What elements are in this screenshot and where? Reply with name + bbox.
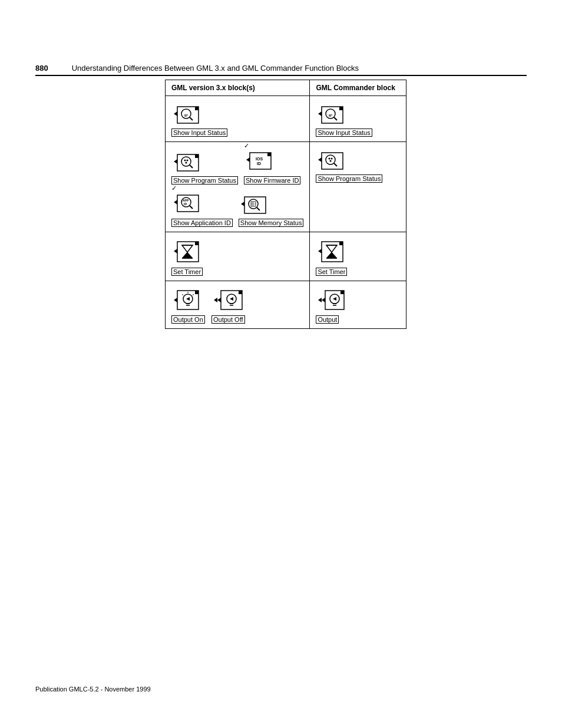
svg-marker-87: [333, 297, 336, 301]
svg-marker-48: [174, 249, 177, 253]
svg-rect-50: [195, 242, 199, 245]
gmlc-cell-1: Show Input Status: [310, 96, 406, 142]
page-footer: Publication GMLC-5.2 - November 1999: [35, 686, 151, 693]
gml3-cell-4: Output On: [166, 281, 310, 329]
footer-text: Publication GMLC-5.2 - November 1999: [35, 686, 151, 693]
svg-marker-71: [186, 297, 190, 301]
block-label: Show Input Status: [316, 129, 372, 137]
gml3-cell-2: Show Program Status ✓ IOS: [166, 142, 310, 232]
svg-marker-41: [318, 157, 322, 162]
svg-marker-58: [326, 245, 337, 252]
col-gml3-header: GML version 3.x block(s): [166, 80, 310, 96]
svg-line-44: [334, 163, 337, 166]
page-number: 880: [35, 64, 48, 73]
svg-line-30: [190, 206, 193, 209]
svg-rect-24: [267, 153, 271, 156]
svg-marker-59: [326, 252, 337, 258]
block-label: Set Timer: [171, 268, 203, 276]
svg-point-47: [330, 160, 332, 162]
block-row: Output On: [171, 286, 303, 324]
block-item: Set Timer: [316, 237, 400, 276]
block-item: Set Timer: [171, 237, 303, 276]
svg-text:ID: ID: [184, 202, 187, 206]
gml3-cell-3: Set Timer: [166, 232, 310, 281]
comparison-table: GML version 3.x block(s) GML Commander b…: [165, 80, 406, 329]
program-status-icon-gml3: [171, 149, 207, 175]
block-label: Output Off: [211, 315, 245, 324]
svg-line-11: [334, 117, 337, 120]
block-item: ✓ APP ID Show Application ID: [171, 189, 233, 227]
gmlc-cell-3: Set Timer: [310, 232, 406, 281]
application-id-icon-gml3: APP ID: [171, 189, 207, 216]
input-status-icon-gmlc: [316, 101, 351, 127]
block-item: Output On: [171, 286, 206, 324]
svg-rect-9: [339, 107, 343, 110]
block-label: Show Program Status: [171, 176, 238, 185]
block-label: Output On: [171, 315, 205, 324]
block-item: ✓ IOS ID Show Firmware ID: [244, 147, 300, 185]
table-row: Set Timer Set Timer: [166, 232, 406, 281]
svg-marker-7: [318, 111, 322, 116]
block-label: Set Timer: [316, 268, 347, 276]
svg-point-21: [186, 162, 187, 164]
block-item: Output: [316, 286, 400, 324]
svg-rect-64: [195, 291, 199, 294]
input-status-icon-gml3: [171, 101, 207, 127]
table-row: Show Input Status Show Input Statu: [166, 96, 406, 142]
svg-marker-14: [174, 159, 177, 164]
svg-point-10: [326, 109, 335, 118]
block-item: Show Input Status: [316, 101, 400, 137]
table-row: Output On: [166, 281, 406, 329]
timer-icon-gml3: [171, 237, 204, 266]
svg-text:ID: ID: [257, 162, 261, 166]
firmware-id-icon-gml3: IOS ID: [244, 147, 279, 173]
svg-rect-57: [339, 242, 343, 245]
svg-rect-16: [195, 154, 199, 158]
gmlc-cell-4: Output: [310, 281, 406, 329]
svg-line-36: [257, 207, 260, 210]
memory-status-icon-gml3: [239, 191, 274, 218]
svg-marker-0: [174, 111, 177, 116]
svg-point-20: [187, 160, 189, 162]
block-label: Show Program Status: [316, 174, 382, 183]
svg-line-18: [190, 165, 193, 168]
block-row-top: Show Program Status ✓ IOS: [171, 147, 303, 185]
block-item: Show Input Status: [171, 101, 303, 137]
svg-point-19: [184, 160, 186, 162]
block-label: Show Application ID: [171, 219, 233, 227]
svg-marker-27: [174, 200, 177, 205]
block-item: Show Memory Status: [239, 191, 304, 227]
timer-icon-gmlc: [316, 237, 348, 266]
svg-point-3: [181, 109, 191, 118]
block-item: Show Program Status: [316, 147, 400, 183]
svg-point-43: [326, 155, 335, 164]
page-title: Understanding Differences Between GML 3.…: [72, 64, 359, 73]
svg-rect-83: [340, 291, 344, 294]
svg-marker-52: [182, 252, 193, 258]
output-on-icon-gml3: [171, 286, 206, 314]
svg-point-17: [181, 157, 191, 166]
block-label: Show Input Status: [171, 129, 227, 137]
svg-text:IOS: IOS: [256, 157, 263, 161]
svg-marker-80: [318, 298, 322, 302]
svg-marker-73: [217, 298, 221, 302]
svg-marker-81: [322, 298, 325, 302]
col-gmlc-header: GML Commander block: [310, 80, 406, 96]
svg-marker-22: [246, 157, 250, 162]
svg-marker-55: [318, 249, 322, 253]
block-item: Output Off: [211, 286, 246, 324]
svg-marker-62: [174, 298, 177, 302]
block-label: Output: [316, 315, 339, 324]
svg-rect-2: [195, 107, 199, 110]
gml3-cell-1: Show Input Status: [166, 96, 310, 142]
output-icon-gmlc: [316, 286, 348, 314]
block-item: Show Program Status: [171, 149, 238, 185]
block-label: Show Memory Status: [239, 219, 304, 227]
svg-marker-33: [241, 202, 244, 206]
svg-line-70: [193, 294, 194, 295]
svg-point-45: [329, 158, 330, 160]
output-off-icon-gml3: [211, 286, 246, 314]
page-header: 880 Understanding Differences Between GM…: [35, 64, 527, 76]
gmlc-cell-2: Show Program Status: [310, 142, 406, 232]
svg-line-4: [190, 117, 193, 120]
